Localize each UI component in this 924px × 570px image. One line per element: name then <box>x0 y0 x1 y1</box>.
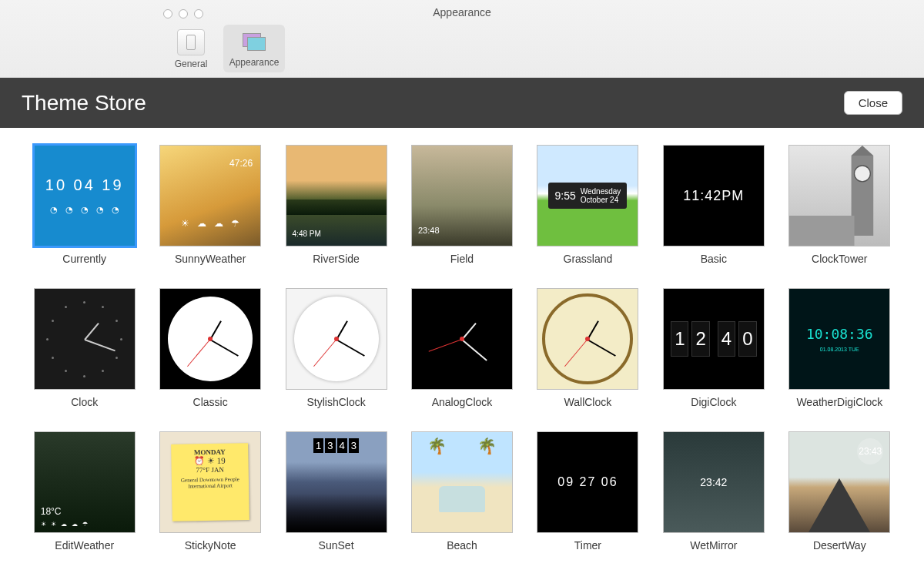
theme-tile-field[interactable]: 23:48Field <box>405 145 518 265</box>
theme-label: Grassland <box>531 253 644 265</box>
theme-label: SunSet <box>280 539 393 552</box>
theme-thumbnail: 23:43 <box>788 431 890 533</box>
theme-grid-scroll[interactable]: 10 04 19◔◔◔◔◔Currently47:26☀☁☁☂SunnyWeat… <box>0 128 924 570</box>
theme-tile-editweather[interactable]: 18°C☀☀☁☁☂EditWeather <box>28 431 141 552</box>
theme-label: Classic <box>153 396 266 408</box>
theme-tile-weatherdigiclock[interactable]: 10:08:3601.08.2013 TUEWeatherDigiClock <box>783 288 896 408</box>
time-text: 4:48 PM <box>293 230 321 238</box>
theme-thumbnail: 4:48 PM <box>286 145 387 246</box>
time-text: 9:55 <box>554 189 575 202</box>
temp-text: 18°C <box>41 506 62 517</box>
theme-label: Currently <box>28 253 141 265</box>
theme-tile-basic[interactable]: 11:42PMBasic <box>657 145 770 265</box>
note-temp: 77°F JAN <box>176 465 244 474</box>
switch-icon <box>177 29 205 55</box>
theme-label: EditWeather <box>28 539 141 552</box>
theme-label: WetMirror <box>657 539 770 552</box>
pref-tab-appearance[interactable]: Appearance <box>223 25 285 72</box>
time-text: 47:26 <box>229 158 253 169</box>
theme-tile-classic[interactable]: Classic <box>153 288 266 408</box>
theme-label: StickyNote <box>153 539 266 552</box>
theme-tile-digiclock[interactable]: 1240DigiClock <box>657 288 770 408</box>
theme-tile-wallclock[interactable]: WallClock <box>531 288 644 408</box>
svg-point-2 <box>855 166 871 182</box>
theme-thumbnail: 10 04 19◔◔◔◔◔ <box>34 145 136 246</box>
theme-thumbnail <box>411 288 513 390</box>
theme-thumbnail: 23:48 <box>411 145 513 246</box>
theme-label: Clock <box>28 396 141 408</box>
date-text: October 24 <box>581 196 621 204</box>
time-text: 10 04 19 <box>45 176 124 194</box>
theme-store-bar: Theme Store Close <box>0 78 924 128</box>
theme-tile-analogclock[interactable]: AnalogClock <box>405 288 518 408</box>
time-text: 11:42PM <box>683 188 744 204</box>
time-text: 10:08:36 <box>806 326 873 342</box>
theme-grid: 10 04 19◔◔◔◔◔Currently47:26☀☁☁☂SunnyWeat… <box>28 145 896 552</box>
theme-label: ClockTower <box>783 253 896 265</box>
theme-thumbnail: 11:42PM <box>663 145 765 246</box>
theme-tile-timer[interactable]: 09 27 06Timer <box>531 431 644 552</box>
close-button[interactable]: Close <box>844 91 902 115</box>
theme-label: Basic <box>657 253 770 265</box>
appearance-icon <box>241 29 267 54</box>
theme-thumbnail <box>788 145 890 246</box>
preferences-toolbar: Appearance GeneralAppearance <box>0 0 924 78</box>
theme-tile-grassland[interactable]: 9:55WednesdayOctober 24Grassland <box>531 145 644 265</box>
theme-label: AnalogClock <box>405 396 518 408</box>
window-controls <box>163 9 203 18</box>
window-title: Appearance <box>154 0 770 18</box>
zoom-window-icon[interactable] <box>194 9 203 18</box>
theme-tile-beach[interactable]: 🌴🌴Beach <box>405 431 518 552</box>
page-title: Theme Store <box>22 91 146 116</box>
theme-tile-sunset[interactable]: 1343SunSet <box>280 431 393 552</box>
theme-label: Field <box>405 253 518 265</box>
time-text: 23:42 <box>700 476 727 488</box>
theme-label: Beach <box>405 539 518 552</box>
svg-rect-3 <box>789 216 855 246</box>
theme-label: StylishClock <box>280 396 393 408</box>
theme-thumbnail: 1343 <box>286 431 387 533</box>
theme-thumbnail: 🌴🌴 <box>411 431 513 533</box>
day-text: Wednesday <box>581 187 621 196</box>
theme-label: RiverSide <box>280 253 393 265</box>
theme-thumbnail: MONDAY⏰ ☀ 1977°F JANGeneral Downtown Peo… <box>159 431 261 533</box>
theme-label: WallClock <box>531 396 644 408</box>
note-line: International Airport <box>176 482 244 490</box>
theme-tile-desertway[interactable]: 23:43DesertWay <box>783 431 896 552</box>
theme-tile-stickynote[interactable]: MONDAY⏰ ☀ 1977°F JANGeneral Downtown Peo… <box>153 431 266 552</box>
theme-thumbnail <box>34 288 136 390</box>
close-window-icon[interactable] <box>163 9 172 18</box>
date-text: 01.08.2013 TUE <box>820 347 859 352</box>
theme-tile-clocktower[interactable]: ClockTower <box>783 145 896 265</box>
theme-thumbnail: 47:26☀☁☁☂ <box>159 145 261 246</box>
theme-tile-stylishclock[interactable]: StylishClock <box>280 288 393 408</box>
theme-label: DesertWay <box>783 539 896 552</box>
theme-thumbnail: 23:42 <box>663 431 765 533</box>
theme-thumbnail: 9:55WednesdayOctober 24 <box>537 145 638 246</box>
theme-tile-wetmirror[interactable]: 23:42WetMirror <box>657 431 770 552</box>
theme-label: WeatherDigiClock <box>783 396 896 408</box>
theme-thumbnail <box>537 288 638 390</box>
theme-label: SunnyWeather <box>153 253 266 265</box>
theme-thumbnail: 18°C☀☀☁☁☂ <box>34 431 136 533</box>
theme-thumbnail <box>286 288 387 390</box>
theme-thumbnail: 10:08:3601.08.2013 TUE <box>788 288 890 390</box>
svg-marker-1 <box>852 146 874 156</box>
time-text: 09 27 06 <box>557 475 618 489</box>
theme-tile-clock[interactable]: Clock <box>28 288 141 408</box>
minimize-window-icon[interactable] <box>179 9 188 18</box>
theme-tile-riverside[interactable]: 4:48 PMRiverSide <box>280 145 393 265</box>
theme-tile-currently[interactable]: 10 04 19◔◔◔◔◔Currently <box>28 145 141 265</box>
theme-thumbnail: 1240 <box>663 288 765 390</box>
theme-thumbnail <box>159 288 261 390</box>
theme-thumbnail: 09 27 06 <box>537 431 638 533</box>
pref-tab-label: General <box>163 59 219 69</box>
theme-label: Timer <box>531 539 644 552</box>
time-text: 23:48 <box>418 226 440 235</box>
time-text: 23:43 <box>857 438 883 464</box>
pref-tab-label: Appearance <box>226 57 282 68</box>
theme-label: DigiClock <box>657 396 770 408</box>
pref-tab-general[interactable]: General <box>160 25 222 72</box>
theme-tile-sunnyweather[interactable]: 47:26☀☁☁☂SunnyWeather <box>153 145 266 265</box>
